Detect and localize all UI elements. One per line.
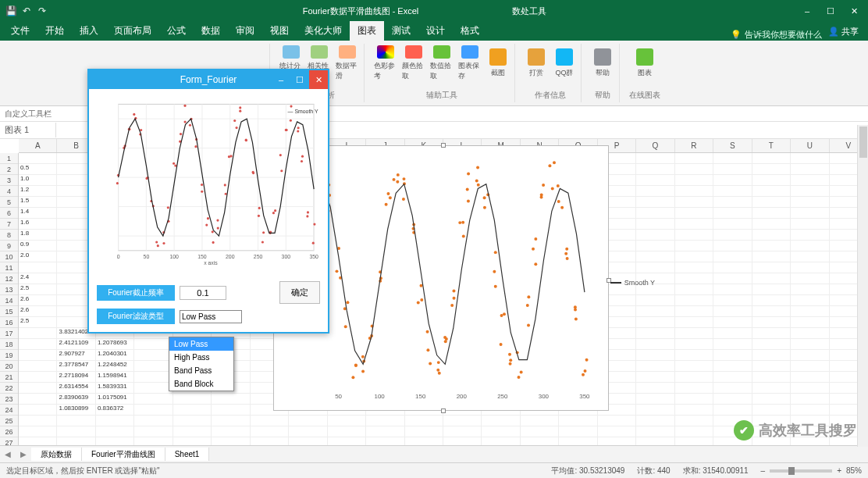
data-extract-button[interactable]: 数值拾取 [430,45,454,81]
cell[interactable] [636,405,674,416]
cell[interactable] [791,230,829,241]
online-chart-button[interactable]: 图表 [633,45,656,81]
cell[interactable] [636,197,674,208]
row-header[interactable]: 8 [0,230,18,241]
dialog-titlebar[interactable]: Form_Fourier – ☐ ✕ [89,70,328,89]
cell[interactable]: 2.907927 [57,350,95,361]
cell[interactable]: 1.0175091 [96,394,134,405]
maximize-button[interactable]: ☐ [820,3,841,19]
cell[interactable] [675,241,713,251]
cell[interactable] [713,328,752,339]
col-header[interactable]: T [752,139,791,152]
tab-插入[interactable]: 插入 [72,21,106,41]
row-header[interactable]: 7 [0,219,18,230]
cell[interactable] [134,383,173,394]
cell[interactable] [57,426,95,437]
cell[interactable] [752,405,791,416]
cell[interactable] [134,416,173,426]
cell[interactable] [752,339,791,350]
minimize-button[interactable]: – [796,3,818,19]
cell[interactable] [19,416,57,426]
cell[interactable] [19,372,57,383]
cell[interactable] [19,405,57,416]
cell[interactable] [791,350,829,361]
cell[interactable]: 2.6 [19,306,57,317]
cell[interactable] [713,262,752,273]
cell[interactable] [675,295,713,306]
cell[interactable] [791,241,829,251]
cell[interactable] [752,350,791,361]
row-header[interactable]: 23 [0,394,18,405]
dialog-minimize-button[interactable]: – [272,70,290,89]
cell[interactable]: 2.3778547 [57,361,95,372]
tab-格式[interactable]: 格式 [453,21,487,41]
cell[interactable] [289,416,327,426]
qq-group-button[interactable]: QQ群 [553,45,576,81]
cell[interactable] [675,394,713,405]
cell[interactable]: 2.4121109 [57,339,95,350]
row-header[interactable]: 18 [0,339,18,350]
row-header[interactable]: 26 [0,426,18,437]
cell[interactable] [713,251,752,262]
cell[interactable] [713,339,752,350]
cell[interactable] [559,426,597,437]
cell[interactable] [752,164,791,175]
cell[interactable] [521,416,559,426]
cell[interactable] [636,416,674,426]
dialog-maximize-button[interactable]: ☐ [290,70,309,89]
cell[interactable] [752,197,791,208]
cell[interactable] [19,328,57,339]
cell[interactable] [251,416,289,426]
cell[interactable]: 0.5 [19,164,57,175]
sheet-nav-prev-icon[interactable]: ◀ [0,450,16,458]
cell[interactable] [675,383,713,394]
filter-option[interactable]: Band Block [169,377,233,391]
vertical-scrollbar[interactable] [857,125,868,447]
row-header[interactable]: 2 [0,164,18,175]
row-header[interactable]: 14 [0,295,18,306]
cell[interactable] [57,416,95,426]
cell[interactable] [636,241,674,251]
tab-页面布局[interactable]: 页面布局 [106,21,159,41]
row-header[interactable]: 5 [0,197,18,208]
row-header[interactable]: 12 [0,273,18,284]
cell[interactable] [791,405,829,416]
cell[interactable] [791,197,829,208]
tab-审阅[interactable]: 审阅 [228,21,262,41]
cell[interactable] [134,426,173,437]
undo-icon[interactable]: ↶ [20,5,33,17]
cell[interactable] [752,372,791,383]
cell[interactable]: 1.5839331 [96,383,134,394]
cell[interactable] [598,426,636,437]
cell[interactable] [713,197,752,208]
cell[interactable] [636,372,674,383]
row-header[interactable]: 22 [0,383,18,394]
zoom-slider[interactable] [770,469,832,473]
cell[interactable] [713,306,752,317]
cell[interactable] [482,416,520,426]
cell[interactable] [134,372,173,383]
tab-公式[interactable]: 公式 [159,21,194,41]
cell[interactable]: 2.2718094 [57,372,95,383]
row-header[interactable]: 19 [0,350,18,361]
cell[interactable] [443,416,482,426]
cell[interactable] [19,394,57,405]
cell[interactable] [636,383,674,394]
cell[interactable] [675,186,713,197]
cell[interactable] [636,328,674,339]
cutoff-freq-input[interactable] [180,286,226,300]
row-header[interactable]: 25 [0,416,18,426]
filter-option[interactable]: Band Pass [169,364,233,377]
cell[interactable] [559,416,597,426]
cell[interactable]: 1.2078693 [96,339,134,350]
cell[interactable] [791,339,829,350]
cell[interactable] [636,186,674,197]
cell[interactable] [675,262,713,273]
cell[interactable] [675,164,713,175]
cell[interactable] [675,339,713,350]
cell[interactable] [482,426,520,437]
cell[interactable] [713,350,752,361]
dialog-close-button[interactable]: ✕ [309,70,328,89]
cell[interactable] [212,405,250,416]
color-ref-button[interactable]: 色彩参考 [374,45,397,81]
